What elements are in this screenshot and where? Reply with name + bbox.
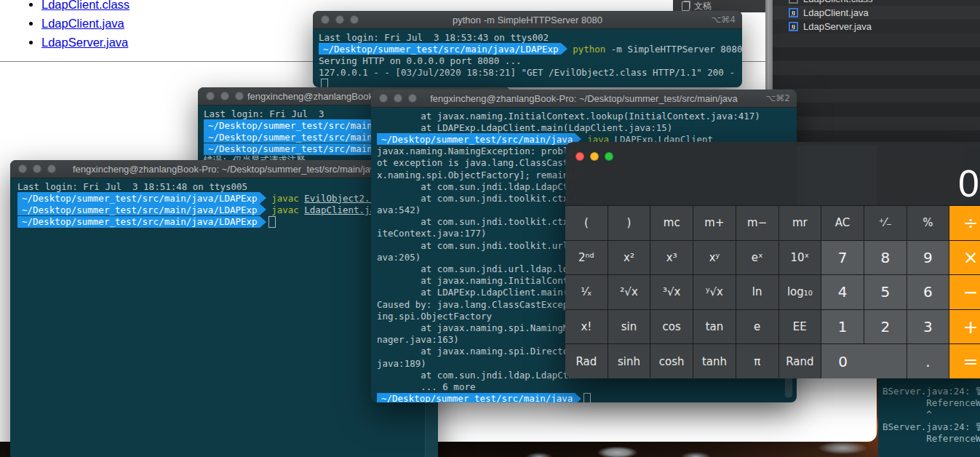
file-row[interactable]: IJLdapServer.java [773,20,980,33]
calc-button[interactable]: ( [565,206,607,240]
calc-button[interactable]: eˣ [736,241,778,275]
calc-button[interactable]: π [736,344,778,378]
close-icon[interactable] [379,94,388,103]
calc-button[interactable]: x³ [650,241,693,275]
terminal-text: 127.0.0.1 - - [03/Jul/2020 18:58:21] "GE… [319,67,735,78]
calc-button[interactable]: − [949,275,980,309]
file-row[interactable]: LdapClient.class [773,0,980,6]
terminal-text: BServer.java:24: 警告 [883,421,980,433]
terminal-text: ing.spi.ObjectFactory [377,311,492,322]
calc-button[interactable]: mr [779,206,821,240]
minimize-icon[interactable] [394,94,402,103]
zoom-icon[interactable] [350,15,359,24]
link-ldapclient-java[interactable]: LdapClient.java [41,17,124,30]
calc-button[interactable]: 2 [864,310,907,344]
prompt-arrow-icon [575,393,581,402]
calc-button[interactable]: ln [736,275,778,309]
calc-button[interactable]: 9 [907,241,949,275]
terminal-text: Serving HTTP on 0.0.0.0 port 8080 ... [319,55,521,66]
file-rows: LdapClient.classIJLdapClient.javaIJLdapS… [773,0,980,33]
calc-button[interactable]: ÷ [949,206,980,240]
calc-button[interactable]: ʸ√x [693,275,736,309]
calculator-display: 0 [565,142,980,205]
calc-button[interactable]: ²√x [608,275,650,309]
calc-button[interactable]: ³√x [650,275,693,309]
calc-button[interactable]: 4 [821,275,864,309]
terminal-line: Serving HTTP on 0.0.0.0 port 8080 ... [319,55,742,66]
calc-button[interactable]: 8 [864,241,907,275]
calc-button[interactable]: m+ [693,206,736,240]
terminal-text: ReferenceWra [883,397,980,409]
file-name: LdapServer.java [803,21,872,32]
title-bar[interactable]: fengxincheng@zhanlangBook-Pro: ~/Desktop… [371,90,797,108]
calc-button[interactable]: + [949,310,980,344]
link-ldapclient-class[interactable]: LdapClient.class [41,0,130,11]
calc-button[interactable]: × [949,241,980,275]
calc-button[interactable]: ¹⁄ₓ [565,275,607,309]
calc-button[interactable]: log₁₀ [779,275,821,309]
file-row[interactable]: IJLdapClient.java [773,6,980,20]
zoom-icon[interactable] [408,94,417,103]
calc-button[interactable]: . [907,344,949,378]
minimize-icon[interactable] [33,164,41,173]
terminal-text: javax.naming.NamingException: problem [377,146,579,156]
calc-button[interactable]: ⁺⁄₋ [864,206,907,240]
calc-button[interactable]: 5 [864,275,907,309]
calc-button[interactable]: sinh [608,344,650,378]
terminal-text: Last login: Fri Jul 3 18:53:43 on ttys00… [319,32,549,43]
terminal-content[interactable]: Last login: Fri Jul 3 18:53:43 on ttys00… [313,29,742,87]
calc-button[interactable]: Rad [565,344,607,378]
terminal-text: BServer.java:24: 警告 [883,386,980,397]
calc-button[interactable]: tan [693,310,736,344]
calc-button[interactable]: x! [565,310,607,344]
link-ldapserver-java[interactable]: LdapServer.java [41,36,128,49]
close-icon[interactable] [321,15,330,24]
warning-terminal[interactable]: BServer.java:24: 警告 ReferenceWra ^BServe… [878,367,980,457]
file-list-panel: LdapClient.classIJLdapClient.javaIJLdapS… [773,0,980,146]
terminal-text: ava:205) [377,252,421,263]
minimize-icon[interactable] [590,152,599,161]
minimize-icon[interactable] [335,15,344,24]
calc-button[interactable]: ) [608,206,650,240]
calc-button[interactable]: 1 [821,310,864,344]
prompt-path: ~/Desktop/summer_test/src/main/java [377,393,575,402]
window-title: fengxincheng@zhanlangBook-Pro: ~/Desktop… [393,93,775,104]
prompt-path: ~/Desktop/summer_test/src/main/java/LDAP… [17,216,260,228]
calc-button[interactable]: cos [650,310,693,344]
terminal-text: ava:542) [377,204,421,215]
calc-button[interactable]: m− [736,206,778,240]
calc-button[interactable]: 10ˣ [779,241,821,275]
calc-button[interactable]: AC [821,206,864,240]
calc-button[interactable]: EE [779,310,821,344]
minimize-icon[interactable] [220,92,229,100]
terminal-text [299,193,305,204]
calc-button[interactable]: 6 [907,275,949,309]
zoom-icon[interactable] [47,164,56,173]
calc-button[interactable]: % [907,206,949,240]
title-bar[interactable]: python -m SimpleHTTPServer 8080 ⌥⌘4 [313,11,742,29]
zoom-icon[interactable] [605,152,613,161]
calc-button[interactable]: 3 [907,310,949,344]
terminal-text: ot exception is java.lang.ClassCastEx [377,157,579,168]
calc-button[interactable]: e [736,310,778,344]
calc-button[interactable]: cosh [650,344,693,378]
terminal-text: Caused by: java.lang.ClassCastExcepti [377,299,579,310]
browser-scrollbar[interactable] [765,0,773,91]
calc-button[interactable]: Rand [779,344,821,378]
calc-button[interactable]: 0 [821,344,906,378]
calc-button[interactable]: sin [608,310,650,344]
close-icon[interactable] [206,92,215,100]
close-icon[interactable] [18,164,27,173]
close-icon[interactable] [575,152,584,161]
calc-button[interactable]: mc [650,206,693,240]
calc-button[interactable]: 2ⁿᵈ [565,241,607,275]
calc-button[interactable]: = [949,344,980,378]
calc-button[interactable]: 7 [821,241,864,275]
zoom-icon[interactable] [235,92,244,100]
calc-button[interactable]: x² [608,241,650,275]
calc-button[interactable]: tanh [693,344,736,378]
terminal-text: at com.sun.jndi.ldap.LdapCtx. [377,181,579,192]
calc-button[interactable]: xʸ [693,241,736,275]
calculator-value: 0 [958,162,980,205]
window-controls [371,94,417,103]
